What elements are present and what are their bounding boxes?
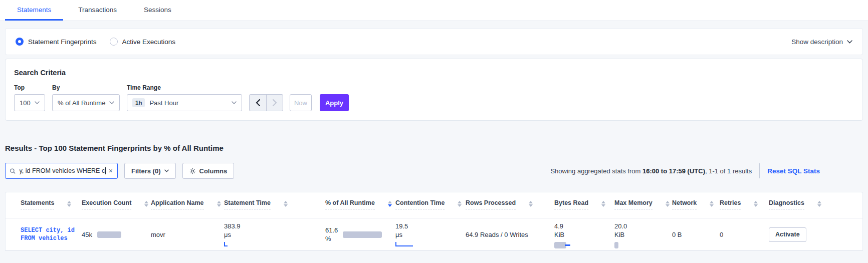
now-button[interactable]: Now: [290, 94, 312, 111]
columns-label: Columns: [199, 167, 228, 175]
column-header-rows-processed[interactable]: Rows Processed: [466, 199, 554, 218]
cell-statement: SELECT city, id FROM vehicles: [21, 218, 82, 250]
chevron-down-icon: [847, 40, 852, 44]
bytes-read-bar: [554, 242, 614, 248]
columns-button[interactable]: Columns: [182, 163, 235, 179]
column-header-statements[interactable]: Statements: [21, 199, 82, 218]
sort-icon: [817, 201, 821, 207]
pct-runtime-bar: [343, 231, 382, 238]
sort-icon: [710, 201, 714, 207]
chevron-down-icon: [35, 101, 40, 104]
cell-diagnostics: Activate: [769, 218, 862, 250]
divider: [759, 163, 760, 178]
max-memory-bar: [614, 242, 672, 248]
cell-retries: 0: [720, 218, 769, 250]
cell-statement-time: 383.9 μs: [224, 218, 325, 250]
column-header-max-memory[interactable]: Max Memory: [614, 199, 672, 218]
chevron-down-icon: [109, 101, 114, 104]
column-header-network[interactable]: Network: [672, 199, 720, 218]
column-header-statement-time[interactable]: Statement Time: [224, 199, 325, 218]
time-step-group: [249, 94, 283, 111]
top-select[interactable]: 100: [14, 94, 45, 111]
column-header-pct-all-runtime[interactable]: % of All Runtime: [325, 199, 395, 218]
sort-desc-icon: [388, 201, 392, 207]
time-next-button[interactable]: [266, 95, 283, 111]
chevron-down-icon: [232, 101, 237, 104]
top-field: Top 100: [14, 84, 45, 111]
cell-pct-all-runtime: 61.6 %: [325, 218, 395, 250]
column-header-retries[interactable]: Retries: [720, 199, 769, 218]
results-heading: Results - Top 100 Statement Fingerprints…: [5, 144, 863, 152]
sort-icon: [284, 201, 288, 207]
tab-transactions[interactable]: Transactions: [66, 0, 129, 21]
cell-network: 0 B: [672, 218, 720, 250]
sort-icon: [67, 201, 71, 207]
chevron-left-icon: [256, 99, 260, 106]
column-header-contention-time[interactable]: Contention Time: [395, 199, 466, 218]
sort-icon: [458, 201, 462, 207]
sort-icon: [217, 201, 221, 207]
sort-icon: [144, 201, 148, 207]
sql-activity-tabbar: Statements Transactions Sessions: [0, 0, 868, 21]
gear-icon: [189, 168, 196, 174]
filters-label: Filters (0): [131, 167, 161, 175]
radio-label: Active Executions: [122, 38, 176, 46]
tab-statements[interactable]: Statements: [5, 0, 63, 21]
show-description-toggle[interactable]: Show description: [791, 38, 852, 46]
radio-statement-fingerprints[interactable]: Statement Fingerprints: [16, 38, 97, 46]
radio-selected-icon: [16, 38, 24, 46]
by-label: By: [52, 84, 120, 91]
time-range-label: Time Range: [127, 84, 242, 91]
show-description-label: Show description: [791, 38, 843, 46]
search-criteria-card: Search Criteria Top 100 By % of All Runt…: [5, 59, 863, 121]
time-range-field: Time Range 1h Past Hour: [127, 84, 242, 111]
column-header-execution-count[interactable]: Execution Count: [82, 199, 151, 218]
by-select[interactable]: % of All Runtime: [52, 94, 120, 111]
table-row: SELECT city, id FROM vehicles 45k movr 3…: [6, 218, 862, 251]
cell-execution-count: 45k: [82, 218, 151, 250]
clear-search-icon[interactable]: ×: [106, 167, 113, 175]
column-header-diagnostics[interactable]: Diagnostics: [769, 199, 862, 218]
apply-button[interactable]: Apply: [320, 94, 349, 111]
by-field: By % of All Runtime: [52, 84, 120, 111]
sort-icon: [529, 201, 533, 207]
sort-icon: [666, 201, 670, 207]
sort-icon: [601, 201, 605, 207]
activate-button[interactable]: Activate: [769, 227, 806, 242]
contention-time-bar: [395, 242, 466, 246]
tab-sessions[interactable]: Sessions: [132, 0, 183, 21]
execution-count-bar: [97, 231, 121, 238]
cell-rows-processed: 64.9 Reads / 0 Writes: [466, 218, 554, 250]
reset-sql-stats-link[interactable]: Reset SQL Stats: [767, 167, 820, 175]
chevron-right-icon: [273, 99, 277, 106]
search-input-value: y, id FROM vehicles WHERE city = $1: [20, 167, 105, 174]
statements-table: Statements Execution Count Application N…: [5, 192, 863, 251]
time-range-badge: 1h: [132, 98, 145, 107]
stats-summary: Showing aggregated stats from 16:00 to 1…: [550, 167, 752, 175]
cell-max-memory: 20.0 KiB: [614, 218, 672, 250]
results-toolbar: y, id FROM vehicles WHERE city = $1 × Fi…: [5, 163, 863, 179]
cell-application-name: movr: [151, 218, 224, 250]
statement-link[interactable]: SELECT city, id FROM vehicles: [21, 227, 82, 242]
chevron-down-icon: [164, 169, 169, 172]
view-toggle-panel: Statement Fingerprints Active Executions…: [5, 28, 863, 55]
filters-button[interactable]: Filters (0): [124, 163, 176, 179]
column-header-application-name[interactable]: Application Name: [151, 199, 224, 218]
radio-label: Statement Fingerprints: [28, 38, 97, 46]
radio-active-executions[interactable]: Active Executions: [110, 38, 176, 46]
by-select-value: % of All Runtime: [58, 99, 105, 107]
top-label: Top: [14, 84, 45, 91]
cell-contention-time: 19.5 μs: [395, 218, 466, 250]
statement-time-bar: [224, 242, 325, 246]
sort-icon: [754, 201, 758, 207]
search-criteria-title: Search Criteria: [14, 69, 854, 77]
statement-search-input[interactable]: y, id FROM vehicles WHERE city = $1 ×: [5, 163, 118, 179]
time-range-select[interactable]: 1h Past Hour: [127, 94, 242, 111]
top-select-value: 100: [20, 99, 31, 107]
radio-unselected-icon: [110, 38, 118, 46]
column-header-bytes-read[interactable]: Bytes Read: [554, 199, 614, 218]
search-icon: [10, 168, 16, 174]
time-range-value: Past Hour: [149, 99, 178, 107]
time-prev-button[interactable]: [250, 95, 266, 111]
cell-bytes-read: 4.9 KiB: [554, 218, 614, 250]
